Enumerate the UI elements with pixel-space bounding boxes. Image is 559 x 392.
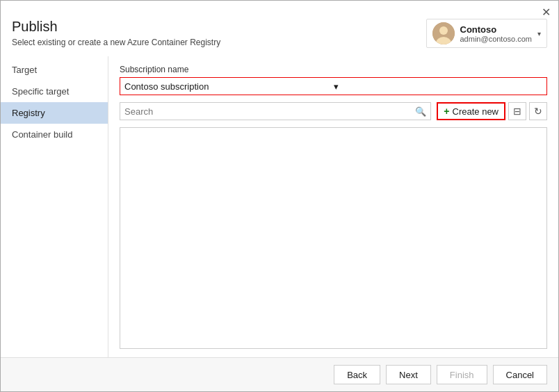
- publish-dialog: ✕ Publish Select existing or create a ne…: [0, 0, 559, 392]
- registry-list-area: [120, 127, 547, 349]
- create-new-button[interactable]: + Create new: [437, 102, 505, 120]
- cancel-label: Cancel: [506, 370, 534, 380]
- avatar: [432, 22, 455, 44]
- sidebar: Target Specific target Registry Containe…: [1, 56, 108, 357]
- dialog-body: Target Specific target Registry Containe…: [1, 56, 558, 357]
- user-name: Contoso: [460, 24, 533, 35]
- refresh-button[interactable]: ↻: [529, 102, 547, 120]
- plus-icon: +: [444, 106, 449, 117]
- back-label: Back: [347, 370, 367, 380]
- action-buttons: + Create new ⊟ ↻: [437, 102, 547, 120]
- create-new-label: Create new: [453, 106, 499, 117]
- subscription-value: Contoso subscription: [124, 81, 334, 92]
- sidebar-item-target[interactable]: Target: [1, 59, 108, 81]
- dialog-subtitle: Select existing or create a new Azure Co…: [12, 38, 220, 47]
- titlebar: ✕: [1, 1, 558, 19]
- sidebar-item-specific-target[interactable]: Specific target: [1, 81, 108, 102]
- next-label: Next: [399, 370, 418, 380]
- back-button[interactable]: Back: [334, 365, 380, 384]
- subscription-section: Subscription name Contoso subscription ▾: [120, 65, 547, 95]
- sidebar-item-container-build[interactable]: Container build: [1, 124, 108, 145]
- dialog-title: Publish: [12, 19, 220, 35]
- sidebar-item-registry[interactable]: Registry: [1, 102, 108, 124]
- columns-icon: ⊟: [513, 106, 521, 117]
- close-icon: ✕: [542, 6, 551, 19]
- subscription-label: Subscription name: [120, 65, 547, 74]
- search-input[interactable]: [124, 106, 415, 117]
- subscription-dropdown[interactable]: Contoso subscription ▾: [120, 77, 547, 95]
- user-text: Contoso admin@contoso.com: [460, 24, 533, 43]
- sidebar-item-label: Specific target: [12, 86, 69, 97]
- chevron-down-icon: ▾: [537, 30, 541, 38]
- columns-button[interactable]: ⊟: [508, 102, 526, 120]
- dialog-header: Publish Select existing or create a new …: [1, 19, 558, 56]
- refresh-icon: ↻: [534, 106, 542, 117]
- search-box: 🔍: [120, 102, 431, 120]
- dialog-footer: Back Next Finish Cancel: [1, 357, 558, 391]
- next-button[interactable]: Next: [386, 365, 431, 384]
- finish-label: Finish: [450, 370, 474, 380]
- title-section: Publish Select existing or create a new …: [12, 19, 220, 47]
- cancel-button[interactable]: Cancel: [493, 365, 547, 384]
- user-info[interactable]: Contoso admin@contoso.com ▾: [426, 19, 548, 48]
- dropdown-arrow-icon: ▾: [334, 81, 543, 92]
- search-and-actions: 🔍 + Create new ⊟ ↻: [120, 102, 547, 120]
- search-icon: 🔍: [415, 106, 426, 117]
- user-email: admin@contoso.com: [460, 35, 533, 43]
- sidebar-item-label: Target: [12, 65, 37, 75]
- sidebar-item-label: Container build: [12, 129, 72, 140]
- svg-point-1: [439, 26, 448, 35]
- sidebar-item-label: Registry: [12, 108, 45, 118]
- finish-button[interactable]: Finish: [437, 365, 487, 384]
- main-content: Subscription name Contoso subscription ▾…: [108, 56, 558, 357]
- close-button[interactable]: ✕: [539, 5, 553, 19]
